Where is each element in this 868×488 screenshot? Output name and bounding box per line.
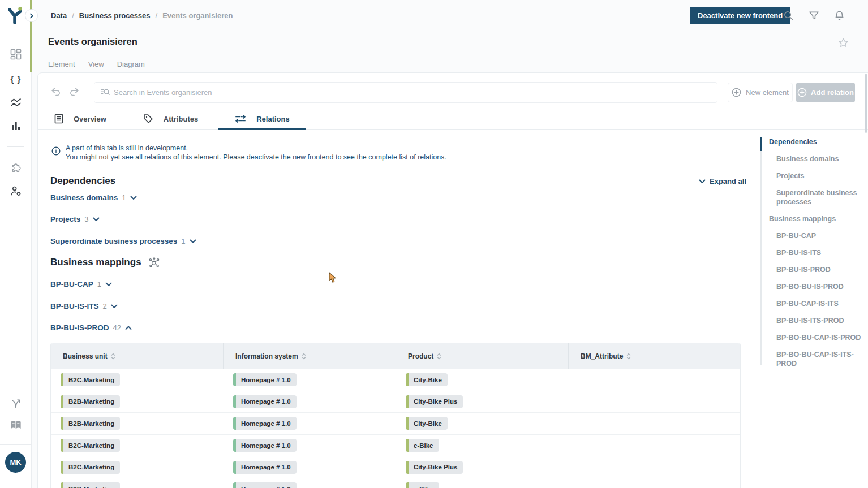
sort-icon[interactable] <box>111 353 115 360</box>
left-sidebar: { } <box>0 0 32 488</box>
chevron-down-icon <box>699 179 706 184</box>
redo-icon[interactable] <box>69 87 80 97</box>
information-system-chip[interactable]: Homepage # 1.0 <box>233 439 297 452</box>
page-title: Events organisieren <box>48 36 137 47</box>
business-unit-chip[interactable]: B2B-Marketing <box>61 482 120 488</box>
tab-attributes[interactable]: Attributes <box>127 108 214 129</box>
table-row: B2B-Marketing Homepage # 1.0 City-Bike <box>51 412 740 434</box>
dashboard-icon[interactable] <box>9 47 23 61</box>
nav-item-bp-bu-is-its-prod[interactable]: BP-BU-IS-ITS-PROD <box>769 316 864 325</box>
user-avatar[interactable]: MK <box>5 452 26 473</box>
sidebar-expand-button[interactable] <box>25 9 38 22</box>
business-unit-chip[interactable]: B2B-Marketing <box>61 395 120 408</box>
page-menu: Element View Diagram <box>48 60 145 68</box>
favorite-star-icon[interactable] <box>838 37 849 48</box>
tab-overview[interactable]: Overview <box>38 108 123 129</box>
scrollbar[interactable] <box>865 74 867 133</box>
business-mappings-heading: Business mappings <box>50 257 160 268</box>
nav-item-business-mappings[interactable]: Business mappings <box>769 214 864 223</box>
nav-item-bp-bu-is-prod[interactable]: BP-BU-IS-PROD <box>769 265 864 274</box>
book-icon[interactable] <box>9 418 23 432</box>
bell-icon[interactable] <box>834 10 845 21</box>
nav-item-bp-bo-bu-cap-is-prod[interactable]: BP-BO-BU-CAP-IS-PROD <box>769 333 864 342</box>
nav-item-bp-bu-is-its[interactable]: BP-BU-IS-ITS <box>769 248 864 257</box>
puzzle-icon[interactable] <box>9 160 23 174</box>
app-logo-icon[interactable] <box>7 6 24 25</box>
tab-relations[interactable]: Relations <box>218 108 306 129</box>
new-element-button[interactable]: New element <box>728 83 793 102</box>
group-business-domains[interactable]: Business domains 1 <box>50 193 137 202</box>
group-bp-bu-is-prod[interactable]: BP-BU-IS-PROD 42 <box>50 323 132 332</box>
nav-track-line <box>760 137 762 365</box>
deactivate-new-frontend-button[interactable]: Deactivate new frontend <box>690 7 790 24</box>
information-system-chip[interactable]: Homepage # 1.0 <box>233 417 297 430</box>
sort-icon[interactable] <box>626 353 631 360</box>
expand-all-button[interactable]: Expand all <box>699 177 746 185</box>
search-filter-icon <box>100 88 110 97</box>
information-system-chip[interactable]: Homepage # 1.0 <box>233 395 297 408</box>
breadcrumb-separator: / <box>72 11 74 20</box>
menu-item-view[interactable]: View <box>88 60 104 68</box>
breadcrumb-item-data[interactable]: Data <box>51 11 67 20</box>
product-chip[interactable]: e-Bike <box>406 439 439 452</box>
sort-icon[interactable] <box>437 353 441 360</box>
nav-item-bp-bu-cap[interactable]: BP-BU-CAP <box>769 231 864 240</box>
table-row: B2C-Marketing Homepage # 1.0 e-Bike <box>51 434 740 456</box>
nav-item-business-domains[interactable]: Business domains <box>769 154 864 163</box>
chevron-down-icon <box>93 217 100 222</box>
information-system-chip[interactable]: Homepage # 1.0 <box>233 482 297 488</box>
undo-icon[interactable] <box>50 87 61 97</box>
product-chip[interactable]: City-Bike Plus <box>406 461 463 474</box>
tag-icon <box>143 114 153 124</box>
product-chip[interactable]: City-Bike <box>406 417 448 430</box>
column-header-information-system[interactable]: Information system <box>224 343 396 369</box>
chevron-down-icon <box>190 239 196 244</box>
nav-item-dependencies[interactable]: Dependencies <box>769 137 864 146</box>
user-settings-icon[interactable] <box>9 184 23 198</box>
table-row: B2B-Marketing Homepage # 1.0 e-Bike <box>51 478 740 488</box>
product-chip[interactable]: City-Bike Plus <box>406 395 463 408</box>
nav-item-projects[interactable]: Projects <box>769 171 864 180</box>
menu-item-element[interactable]: Element <box>48 60 75 68</box>
bar-chart-icon[interactable] <box>9 119 23 133</box>
breadcrumb-item-business-processes[interactable]: Business processes <box>79 11 151 20</box>
table-row: B2C-Marketing Homepage # 1.0 City-Bike P… <box>51 456 740 478</box>
product-chip[interactable]: City-Bike <box>406 373 448 386</box>
sidebar-divider <box>7 146 24 147</box>
menu-item-diagram[interactable]: Diagram <box>117 60 145 68</box>
business-unit-chip[interactable]: B2C-Marketing <box>61 439 120 452</box>
branch-icon[interactable] <box>9 397 23 411</box>
network-graph-icon[interactable] <box>148 257 160 268</box>
code-braces-icon[interactable]: { } <box>9 72 23 85</box>
business-mapping-table: Business unit Information system Product… <box>50 343 741 488</box>
sidebar-divider <box>0 444 32 445</box>
chevron-down-icon <box>111 304 118 309</box>
nav-item-bp-bu-cap-is-its[interactable]: BP-BU-CAP-IS-ITS <box>769 299 864 308</box>
business-unit-chip[interactable]: B2C-Marketing <box>61 461 120 474</box>
search-input[interactable] <box>114 88 711 97</box>
search-icon[interactable] <box>783 10 794 21</box>
column-header-business-unit[interactable]: Business unit <box>51 343 224 369</box>
nav-item-bp-bo-bu-is-prod[interactable]: BP-BO-BU-IS-PROD <box>769 282 864 291</box>
group-projects[interactable]: Projects 3 <box>50 215 100 223</box>
business-unit-chip[interactable]: B2B-Marketing <box>61 417 120 430</box>
business-unit-chip[interactable]: B2C-Marketing <box>61 373 120 386</box>
nav-item-bp-bo-bu-cap-is-its-prod[interactable]: BP-BO-BU-CAP-IS-ITS-PROD <box>769 350 864 368</box>
group-bp-bu-cap[interactable]: BP-BU-CAP 1 <box>50 280 112 288</box>
data-flows-icon[interactable] <box>9 96 23 109</box>
content-card: New element Add relation Overview Attrib… <box>37 72 868 488</box>
filter-icon[interactable] <box>809 10 820 21</box>
nav-item-superordinate-business-processes[interactable]: Superordinate business processes <box>769 188 864 206</box>
group-bp-bu-is-its[interactable]: BP-BU-IS-ITS 2 <box>50 302 118 310</box>
column-header-product[interactable]: Product <box>396 343 569 369</box>
sort-icon[interactable] <box>302 353 306 360</box>
column-header-bm-attribute[interactable]: BM_Attribute <box>569 343 740 369</box>
dependencies-heading: Dependencies <box>50 175 115 187</box>
add-relation-button[interactable]: Add relation <box>796 83 855 102</box>
breadcrumb-item-current: Events organisieren <box>162 11 233 20</box>
product-chip[interactable]: e-Bike <box>406 482 439 488</box>
information-system-chip[interactable]: Homepage # 1.0 <box>233 461 297 474</box>
development-info-banner: A part of this tab is still in developme… <box>51 144 446 162</box>
group-superordinate-business-processes[interactable]: Superordinate business processes 1 <box>50 237 196 245</box>
information-system-chip[interactable]: Homepage # 1.0 <box>233 373 297 386</box>
